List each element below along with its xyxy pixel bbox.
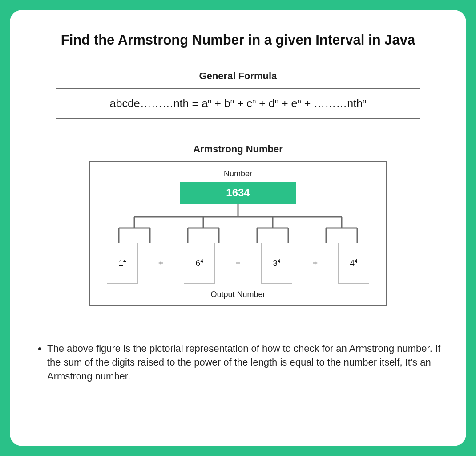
digit-4-base: 4 bbox=[350, 258, 355, 268]
digit-box-2: 64 bbox=[184, 243, 215, 284]
connector-lines bbox=[99, 204, 377, 243]
digit-2-exp: 4 bbox=[200, 258, 203, 264]
number-label: Number bbox=[99, 169, 377, 179]
diagram-container: Number 1634 bbox=[89, 161, 387, 306]
number-chip: 1634 bbox=[180, 182, 296, 204]
plus-3: + bbox=[312, 258, 318, 269]
output-label: Output Number bbox=[99, 290, 377, 299]
digit-1-exp: 4 bbox=[123, 258, 126, 264]
diagram-heading: Armstrong Number bbox=[35, 143, 441, 155]
term-c: c bbox=[246, 97, 252, 110]
term-e: e bbox=[291, 97, 298, 110]
digit-2-base: 6 bbox=[196, 258, 201, 268]
exp-b: n bbox=[230, 97, 234, 105]
plus-2: + bbox=[235, 258, 241, 269]
exp-nth: n bbox=[363, 97, 366, 105]
description-text: The above figure is the pictorial repres… bbox=[47, 342, 441, 383]
formula-heading: General Formula bbox=[35, 70, 441, 82]
exp-c: n bbox=[252, 97, 256, 105]
digit-box-4: 44 bbox=[338, 243, 369, 284]
term-a: a bbox=[202, 97, 208, 110]
content-card: Find the Armstrong Number in a given Int… bbox=[10, 10, 466, 446]
plus-1: + bbox=[158, 258, 164, 269]
digit-3-exp: 4 bbox=[278, 258, 280, 264]
formula-prefix: abcde………nth = bbox=[110, 97, 202, 110]
formula-box: abcde………nth = an + bn + cn + dn + en + …… bbox=[56, 88, 420, 119]
digits-row: 14 + 64 + 34 + 44 bbox=[99, 243, 377, 284]
digit-box-1: 14 bbox=[107, 243, 138, 284]
description-list: The above figure is the pictorial repres… bbox=[35, 342, 441, 383]
formula-suffix: + ………nth bbox=[301, 97, 363, 110]
exp-d: n bbox=[275, 97, 278, 105]
digit-1-base: 1 bbox=[119, 258, 124, 268]
term-d: d bbox=[269, 97, 275, 110]
exp-a: n bbox=[208, 97, 211, 105]
exp-e: n bbox=[297, 97, 301, 105]
term-b: b bbox=[224, 97, 230, 110]
digit-4-exp: 4 bbox=[355, 258, 357, 264]
page-title: Find the Armstrong Number in a given Int… bbox=[35, 32, 441, 48]
digit-3-base: 3 bbox=[273, 258, 278, 268]
digit-box-3: 34 bbox=[261, 243, 292, 284]
